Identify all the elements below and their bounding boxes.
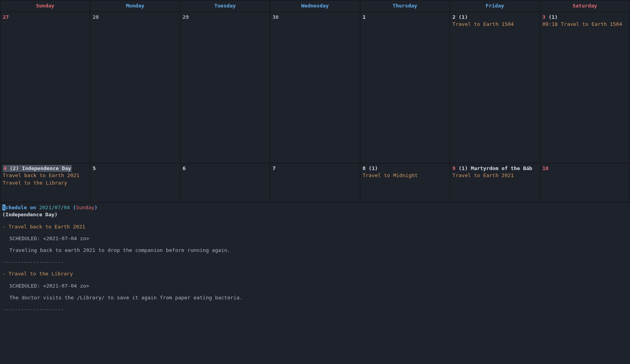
day-cell-5[interactable]: 5 <box>90 163 180 203</box>
day-cell-10[interactable]: 10 <box>540 163 630 203</box>
day-number: 8 <box>363 165 366 171</box>
day-number: 5 <box>93 165 96 171</box>
day-number: 10 <box>543 165 549 171</box>
day-cell-4-selected[interactable]: 4 (2) Independence Day Travel back to Ea… <box>0 163 90 203</box>
schedule-subtitle: (Independence Day) <box>2 211 628 218</box>
separator: -------------------- <box>2 259 628 266</box>
cursor-highlight: S <box>2 205 5 210</box>
day-cell-29[interactable]: 29 <box>180 12 270 163</box>
header-thursday: Thursday <box>360 0 450 12</box>
schedule-item-scheduled: SCHEDULED: <2021-07-04 zo> <box>9 235 628 242</box>
schedule-dayname: Sunday <box>76 205 94 210</box>
day-cell-8[interactable]: 8 (1) Travel to Midnight <box>360 163 450 203</box>
schedule-item-scheduled: SCHEDULED: <2021-07-04 zo> <box>9 283 628 290</box>
schedule-item-title[interactable]: - Travel to the Library <box>2 270 628 277</box>
separator: -------------------- <box>2 306 628 313</box>
day-cell-1[interactable]: 1 <box>360 12 450 163</box>
day-number: 27 <box>3 14 9 20</box>
calendar-header-row: Sunday Monday Tuesday Wednesday Thursday… <box>0 0 630 12</box>
schedule-item-desc: Traveling back to earth 2021 to drop the… <box>9 247 628 254</box>
day-number: 3 <box>543 14 546 20</box>
event-count: (1) <box>459 165 468 171</box>
day-cell-3[interactable]: 3 (1) 09:18 Travel to Earth 1504 <box>540 12 630 163</box>
header-friday: Friday <box>450 0 540 12</box>
header-tuesday: Tuesday <box>180 0 270 12</box>
day-number: 4 <box>4 165 7 171</box>
header-saturday: Saturday <box>540 0 630 12</box>
event-item[interactable]: Travel to Earth 1504 <box>452 21 537 28</box>
day-number: 1 <box>363 14 366 20</box>
event-item[interactable]: Travel to the Library <box>3 179 87 187</box>
paren-close: ) <box>94 205 98 210</box>
day-cell-28[interactable]: 28 <box>90 12 180 163</box>
day-number: 2 <box>452 14 456 20</box>
schedule-panel: Schedule on 2021/07/04 (Sunday) (Indepen… <box>0 203 630 313</box>
day-number: 28 <box>93 14 99 20</box>
calendar-grid: Sunday Monday Tuesday Wednesday Thursday… <box>0 0 630 203</box>
schedule-item-title[interactable]: - Travel back to Earth 2021 <box>2 223 628 230</box>
event-item[interactable]: Travel to Midnight <box>363 172 447 179</box>
event-count: (1) <box>548 14 557 20</box>
schedule-item-desc: The doctor visits the /Library/ to save … <box>9 294 628 301</box>
paren-open: ( <box>70 205 76 210</box>
header-monday: Monday <box>90 0 180 12</box>
header-sunday: Sunday <box>0 0 90 12</box>
event-count: (1) <box>369 165 378 171</box>
day-cell-2[interactable]: 2 (1) Travel to Earth 1504 <box>450 12 540 163</box>
calendar-week-2: 4 (2) Independence Day Travel back to Ea… <box>0 163 630 203</box>
holiday-label: Independence Day <box>22 165 71 171</box>
event-count: (2) <box>10 165 19 171</box>
day-number: 30 <box>272 14 279 20</box>
day-cell-9[interactable]: 9 (1) Martyrdom of the Báb Travel to Ear… <box>450 163 540 203</box>
schedule-title: Schedule on 2021/07/04 (Sunday) <box>2 204 628 211</box>
day-cell-7[interactable]: 7 <box>270 163 360 203</box>
day-cell-27[interactable]: 27 <box>0 12 90 163</box>
holiday-label: Martyrdom of the Báb <box>471 165 532 171</box>
schedule-title-text: chedule on <box>5 205 39 210</box>
event-item[interactable]: Travel to Earth 2021 <box>452 172 537 179</box>
day-number: 9 <box>452 165 456 171</box>
schedule-date: 2021/07/04 <box>39 205 70 210</box>
day-cell-30[interactable]: 30 <box>270 12 360 163</box>
event-count: (1) <box>459 14 468 20</box>
header-wednesday: Wednesday <box>270 0 360 12</box>
event-item[interactable]: 09:18 Travel to Earth 1504 <box>543 21 627 28</box>
calendar-week-1: 27 28 29 30 1 2 (1) Travel to Earth 1504… <box>0 12 630 163</box>
day-number: 7 <box>272 165 276 171</box>
event-item[interactable]: Travel back to Earth 2021 <box>3 172 87 179</box>
day-number: 29 <box>183 14 189 20</box>
day-number: 6 <box>183 165 186 171</box>
day-cell-6[interactable]: 6 <box>180 163 270 203</box>
selected-day-badge: 4 (2) Independence Day <box>3 165 72 172</box>
